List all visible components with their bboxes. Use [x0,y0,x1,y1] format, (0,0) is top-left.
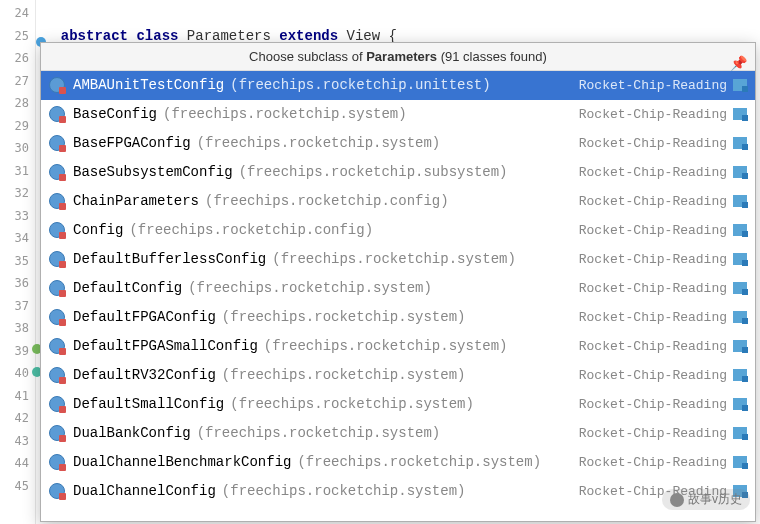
folder-icon [733,282,747,294]
class-name: BaseSubsystemConfig [73,164,233,180]
list-item[interactable]: DefaultFPGAConfig(freechips.rocketchip.s… [41,303,755,332]
package-name: (freechips.rocketchip.system) [222,483,466,499]
line-number: 37 [0,295,29,318]
class-name: DefaultRV32Config [73,367,216,383]
list-item[interactable]: BaseConfig(freechips.rocketchip.system)R… [41,100,755,129]
list-item[interactable]: DefaultFPGASmallConfig(freechips.rocketc… [41,332,755,361]
line-number: 44 [0,452,29,475]
list-item[interactable]: AMBAUnitTestConfig(freechips.rocketchip.… [41,71,755,100]
list-item[interactable]: DefaultRV32Config(freechips.rocketchip.s… [41,361,755,390]
line-number: 35 [0,250,29,273]
line-number: 28 [0,92,29,115]
folder-icon [733,427,747,439]
module-name: Rocket-Chip-Reading [579,78,727,93]
package-name: (freechips.rocketchip.system) [222,309,466,325]
line-number: 34 [0,227,29,250]
module-name: Rocket-Chip-Reading [579,136,727,151]
folder-icon [733,195,747,207]
popup-title: Choose subclass of Parameters (91 classe… [41,43,755,71]
package-name: (freechips.rocketchip.system) [197,425,441,441]
package-name: (freechips.rocketchip.config) [129,222,373,238]
class-name: DefaultBufferlessConfig [73,251,266,267]
package-name: (freechips.rocketchip.system) [188,280,432,296]
line-number: 32 [0,182,29,205]
line-number-gutter: 2425262728293031323334353637383940414243… [0,0,36,524]
list-item[interactable]: DefaultBufferlessConfig(freechips.rocket… [41,245,755,274]
folder-icon [733,340,747,352]
package-name: (freechips.rocketchip.system) [230,396,474,412]
class-icon [49,338,65,354]
package-name: (freechips.rocketchip.system) [272,251,516,267]
package-name: (freechips.rocketchip.config) [205,193,449,209]
package-name: (freechips.rocketchip.system) [297,454,541,470]
folder-icon [733,224,747,236]
line-number: 27 [0,70,29,93]
class-icon [49,483,65,499]
line-number: 31 [0,160,29,183]
line-number: 43 [0,430,29,453]
class-list[interactable]: AMBAUnitTestConfig(freechips.rocketchip.… [41,71,755,521]
class-name: BaseFPGAConfig [73,135,191,151]
module-name: Rocket-Chip-Reading [579,281,727,296]
package-name: (freechips.rocketchip.unittest) [230,77,490,93]
line-number: 24 [0,2,29,25]
module-name: Rocket-Chip-Reading [579,368,727,383]
module-name: Rocket-Chip-Reading [579,252,727,267]
line-number: 42 [0,407,29,430]
folder-icon [733,79,747,91]
watermark-icon [670,493,684,507]
class-icon [49,135,65,151]
folder-icon [733,369,747,381]
choose-subclass-popup: Choose subclass of Parameters (91 classe… [40,42,756,522]
module-name: Rocket-Chip-Reading [579,455,727,470]
line-number: 25 [0,25,29,48]
module-name: Rocket-Chip-Reading [579,426,727,441]
list-item[interactable]: DefaultConfig(freechips.rocketchip.syste… [41,274,755,303]
module-name: Rocket-Chip-Reading [579,339,727,354]
popup-title-subject: Parameters [366,49,437,64]
class-icon [49,425,65,441]
class-icon [49,309,65,325]
module-name: Rocket-Chip-Reading [579,397,727,412]
class-icon [49,454,65,470]
list-item[interactable]: DefaultSmallConfig(freechips.rocketchip.… [41,390,755,419]
line-number: 38 [0,317,29,340]
module-name: Rocket-Chip-Reading [579,310,727,325]
class-icon [49,396,65,412]
module-name: Rocket-Chip-Reading [579,223,727,238]
list-item[interactable]: DualChannelConfig(freechips.rocketchip.s… [41,477,755,506]
class-name: ChainParameters [73,193,199,209]
folder-icon [733,166,747,178]
list-item[interactable]: ChainParameters(freechips.rocketchip.con… [41,187,755,216]
package-name: (freechips.rocketchip.system) [197,135,441,151]
folder-icon [733,311,747,323]
class-name: DefaultSmallConfig [73,396,224,412]
watermark-text: 故事v历史 [688,491,742,508]
popup-title-count: 91 classes found [445,49,543,64]
class-name: DefaultFPGASmallConfig [73,338,258,354]
class-name: DualChannelConfig [73,483,216,499]
list-item[interactable]: DualChannelBenchmarkConfig(freechips.roc… [41,448,755,477]
line-number: 30 [0,137,29,160]
list-item[interactable]: BaseFPGAConfig(freechips.rocketchip.syst… [41,129,755,158]
class-icon [49,164,65,180]
class-icon [49,106,65,122]
class-icon [49,280,65,296]
folder-icon [733,108,747,120]
class-name: DefaultFPGAConfig [73,309,216,325]
module-name: Rocket-Chip-Reading [579,194,727,209]
class-name: BaseConfig [73,106,157,122]
folder-icon [733,137,747,149]
list-item[interactable]: DualBankConfig(freechips.rocketchip.syst… [41,419,755,448]
list-item[interactable]: BaseSubsystemConfig(freechips.rocketchip… [41,158,755,187]
folder-icon [733,398,747,410]
package-name: (freechips.rocketchip.system) [222,367,466,383]
folder-icon [733,456,747,468]
module-name: Rocket-Chip-Reading [579,107,727,122]
package-name: (freechips.rocketchip.system) [163,106,407,122]
module-name: Rocket-Chip-Reading [579,165,727,180]
class-name: DualBankConfig [73,425,191,441]
list-item[interactable]: Config(freechips.rocketchip.config)Rocke… [41,216,755,245]
line-number: 36 [0,272,29,295]
class-icon [49,222,65,238]
